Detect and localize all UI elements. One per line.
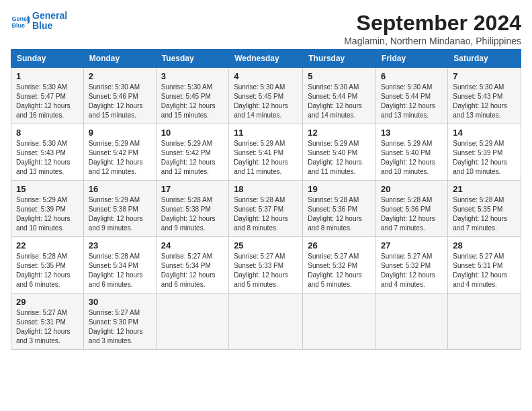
day-info: Sunrise: 5:30 AM Sunset: 5:45 PM Dayligh… (234, 83, 298, 120)
day-number: 29 (16, 297, 79, 307)
table-row: 10Sunrise: 5:29 AM Sunset: 5:42 PM Dayli… (156, 124, 228, 181)
col-saturday: Saturday (448, 50, 521, 68)
day-info: Sunrise: 5:27 AM Sunset: 5:31 PM Dayligh… (453, 252, 516, 289)
day-number: 23 (89, 240, 151, 250)
logo: General Blue General Blue (11, 11, 67, 32)
day-number: 6 (381, 71, 443, 81)
day-number: 20 (381, 184, 443, 194)
day-info: Sunrise: 5:30 AM Sunset: 5:44 PM Dayligh… (381, 83, 443, 120)
table-row: 26Sunrise: 5:27 AM Sunset: 5:32 PM Dayli… (303, 237, 376, 293)
day-number: 12 (308, 128, 371, 138)
table-row: 6Sunrise: 5:30 AM Sunset: 5:44 PM Daylig… (376, 68, 448, 124)
table-row: 24Sunrise: 5:27 AM Sunset: 5:34 PM Dayli… (156, 237, 228, 293)
day-info: Sunrise: 5:28 AM Sunset: 5:36 PM Dayligh… (381, 195, 443, 233)
table-row: 19Sunrise: 5:28 AM Sunset: 5:36 PM Dayli… (303, 181, 376, 237)
day-number: 9 (89, 128, 151, 138)
day-info: Sunrise: 5:29 AM Sunset: 5:39 PM Dayligh… (16, 195, 79, 233)
table-row: 8Sunrise: 5:30 AM Sunset: 5:43 PM Daylig… (11, 124, 84, 181)
day-info: Sunrise: 5:29 AM Sunset: 5:41 PM Dayligh… (234, 139, 298, 177)
calendar-week-row: 29Sunrise: 5:27 AM Sunset: 5:31 PM Dayli… (11, 293, 521, 350)
day-number: 27 (381, 240, 443, 250)
day-number: 30 (89, 297, 151, 307)
day-info: Sunrise: 5:29 AM Sunset: 5:42 PM Dayligh… (89, 139, 151, 177)
table-row: 13Sunrise: 5:29 AM Sunset: 5:40 PM Dayli… (376, 124, 448, 181)
table-row: 16Sunrise: 5:29 AM Sunset: 5:38 PM Dayli… (83, 181, 156, 237)
table-row: 23Sunrise: 5:28 AM Sunset: 5:34 PM Dayli… (83, 237, 156, 293)
day-info: Sunrise: 5:30 AM Sunset: 5:46 PM Dayligh… (89, 83, 151, 120)
table-row: 22Sunrise: 5:28 AM Sunset: 5:35 PM Dayli… (11, 237, 84, 293)
table-row: 3Sunrise: 5:30 AM Sunset: 5:45 PM Daylig… (156, 68, 228, 124)
day-number: 18 (234, 184, 298, 194)
table-row: 14Sunrise: 5:29 AM Sunset: 5:39 PM Dayli… (448, 124, 521, 181)
table-row: 29Sunrise: 5:27 AM Sunset: 5:31 PM Dayli… (11, 293, 84, 350)
title-block: September 2024 Maglamin, Northern Mindan… (344, 11, 521, 46)
day-number: 17 (161, 184, 224, 194)
table-row: 17Sunrise: 5:28 AM Sunset: 5:38 PM Dayli… (156, 181, 228, 237)
table-row (156, 293, 228, 350)
calendar-table: Sunday Monday Tuesday Wednesday Thursday… (11, 49, 521, 350)
day-number: 14 (453, 128, 516, 138)
day-number: 19 (308, 184, 371, 194)
day-number: 16 (89, 184, 151, 194)
day-info: Sunrise: 5:28 AM Sunset: 5:35 PM Dayligh… (16, 252, 79, 289)
day-number: 24 (161, 240, 224, 250)
page-header: General Blue General Blue September 2024… (11, 11, 521, 46)
day-info: Sunrise: 5:27 AM Sunset: 5:32 PM Dayligh… (308, 252, 371, 289)
table-row: 12Sunrise: 5:29 AM Sunset: 5:40 PM Dayli… (303, 124, 376, 181)
calendar-week-row: 15Sunrise: 5:29 AM Sunset: 5:39 PM Dayli… (11, 181, 521, 237)
day-number: 13 (381, 128, 443, 138)
table-row: 28Sunrise: 5:27 AM Sunset: 5:31 PM Dayli… (448, 237, 521, 293)
location-subtitle: Maglamin, Northern Mindanao, Philippines (344, 36, 521, 46)
svg-text:Blue: Blue (11, 22, 25, 29)
day-number: 1 (16, 71, 79, 81)
table-row (448, 293, 521, 350)
table-row (303, 293, 376, 350)
table-row: 9Sunrise: 5:29 AM Sunset: 5:42 PM Daylig… (83, 124, 156, 181)
col-wednesday: Wednesday (229, 50, 303, 68)
day-number: 5 (308, 71, 371, 81)
table-row: 11Sunrise: 5:29 AM Sunset: 5:41 PM Dayli… (229, 124, 303, 181)
day-info: Sunrise: 5:30 AM Sunset: 5:45 PM Dayligh… (161, 83, 224, 120)
day-info: Sunrise: 5:27 AM Sunset: 5:32 PM Dayligh… (381, 252, 443, 289)
day-info: Sunrise: 5:29 AM Sunset: 5:40 PM Dayligh… (308, 139, 371, 177)
col-monday: Monday (83, 50, 156, 68)
col-tuesday: Tuesday (156, 50, 228, 68)
day-info: Sunrise: 5:28 AM Sunset: 5:38 PM Dayligh… (161, 195, 224, 233)
table-row: 1Sunrise: 5:30 AM Sunset: 5:47 PM Daylig… (11, 68, 84, 124)
day-number: 3 (161, 71, 224, 81)
calendar-week-row: 22Sunrise: 5:28 AM Sunset: 5:35 PM Dayli… (11, 237, 521, 293)
table-row: 2Sunrise: 5:30 AM Sunset: 5:46 PM Daylig… (83, 68, 156, 124)
table-row: 7Sunrise: 5:30 AM Sunset: 5:43 PM Daylig… (448, 68, 521, 124)
table-row: 4Sunrise: 5:30 AM Sunset: 5:45 PM Daylig… (229, 68, 303, 124)
table-row: 15Sunrise: 5:29 AM Sunset: 5:39 PM Dayli… (11, 181, 84, 237)
day-info: Sunrise: 5:29 AM Sunset: 5:38 PM Dayligh… (89, 195, 151, 233)
logo-blue: Blue (32, 20, 52, 31)
day-number: 26 (308, 240, 371, 250)
table-row: 5Sunrise: 5:30 AM Sunset: 5:44 PM Daylig… (303, 68, 376, 124)
day-number: 21 (453, 184, 516, 194)
col-sunday: Sunday (11, 50, 84, 68)
table-row: 18Sunrise: 5:28 AM Sunset: 5:37 PM Dayli… (229, 181, 303, 237)
day-info: Sunrise: 5:27 AM Sunset: 5:30 PM Dayligh… (89, 308, 151, 346)
day-info: Sunrise: 5:28 AM Sunset: 5:35 PM Dayligh… (453, 195, 516, 233)
day-info: Sunrise: 5:29 AM Sunset: 5:39 PM Dayligh… (453, 139, 516, 177)
col-friday: Friday (376, 50, 448, 68)
day-number: 25 (234, 240, 298, 250)
svg-text:General: General (11, 15, 30, 22)
day-number: 15 (16, 184, 79, 194)
table-row: 25Sunrise: 5:27 AM Sunset: 5:33 PM Dayli… (229, 237, 303, 293)
day-info: Sunrise: 5:30 AM Sunset: 5:47 PM Dayligh… (16, 83, 79, 120)
day-number: 2 (89, 71, 151, 81)
calendar-week-row: 1Sunrise: 5:30 AM Sunset: 5:47 PM Daylig… (11, 68, 521, 124)
table-row: 21Sunrise: 5:28 AM Sunset: 5:35 PM Dayli… (448, 181, 521, 237)
calendar-week-row: 8Sunrise: 5:30 AM Sunset: 5:43 PM Daylig… (11, 124, 521, 181)
day-info: Sunrise: 5:28 AM Sunset: 5:36 PM Dayligh… (308, 195, 371, 233)
day-info: Sunrise: 5:29 AM Sunset: 5:42 PM Dayligh… (161, 139, 224, 177)
day-info: Sunrise: 5:27 AM Sunset: 5:33 PM Dayligh… (234, 252, 298, 289)
table-row (376, 293, 448, 350)
table-row (229, 293, 303, 350)
day-number: 7 (453, 71, 516, 81)
day-number: 4 (234, 71, 298, 81)
day-info: Sunrise: 5:28 AM Sunset: 5:37 PM Dayligh… (234, 195, 298, 233)
day-number: 22 (16, 240, 79, 250)
